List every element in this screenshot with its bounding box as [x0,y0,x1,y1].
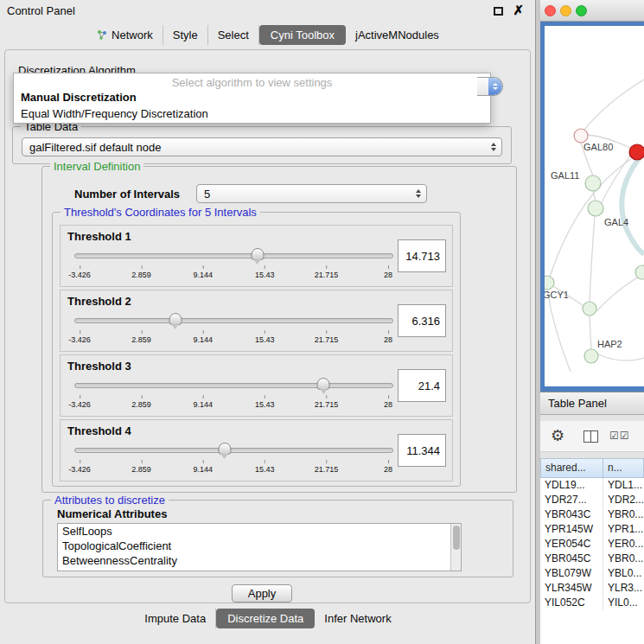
threshold-1-slider[interactable] [80,248,388,264]
numerical-attributes-label: Numerical Attributes [57,507,167,520]
column-header-name[interactable]: n... [603,458,644,478]
column-header-shared-name[interactable]: shared... [540,458,603,478]
cell-shared-name[interactable]: YBR045C [540,552,603,566]
table-row[interactable]: YBR043CYBR0... [540,507,644,522]
threshold-label: Threshold 2 [67,295,131,308]
thresholds-group: Threshold's Coordinates for 5 Intervals … [52,212,461,487]
cell-name[interactable]: YER0... [603,537,644,552]
tab-discretize-data[interactable]: Discretize Data [216,609,315,628]
network-node [583,302,596,316]
algorithm-combo-fragment[interactable] [477,77,503,96]
scrollbar-thumb[interactable] [453,526,460,550]
slider-thumb[interactable] [169,313,182,325]
select-all-icons[interactable]: ☑☑ [609,430,630,442]
close-traffic-light-icon[interactable] [545,5,556,16]
cell-name[interactable]: YIL0... [603,596,644,610]
gear-icon[interactable]: ⚙ [551,426,564,445]
table-data-group: Table Data galFiltered.sif default node [12,126,512,164]
network-node [635,265,644,279]
scale-tick: 21.715 [315,400,339,409]
table-header-row: shared... n... [540,458,644,478]
cell-name[interactable]: YBR0... [603,507,644,522]
table-row[interactable]: YIL052CYIL0... [540,596,644,610]
list-item[interactable]: TopologicalCoefficient [58,539,461,553]
thresholds-group-title: Threshold's Coordinates for 5 Intervals [61,206,260,219]
tab-cyni-toolbox[interactable]: Cyni Toolbox [259,25,346,45]
cyni-toolbox-panel: Discretization Algorithm Select algorith… [4,49,531,603]
option-manual-discretization[interactable]: Manual Discretization [14,90,490,106]
slider-track[interactable] [74,253,393,258]
cell-name[interactable]: YBR0... [603,552,644,566]
threshold-1-value-input[interactable] [398,239,446,272]
close-icon[interactable]: ✗ [513,3,524,17]
cell-shared-name[interactable]: YIL052C [540,596,603,610]
threshold-3-panel: Threshold 3 -3.426 2.859 9.144 15.43 21.… [60,354,453,417]
threshold-3-slider[interactable] [80,378,388,393]
network-nodes[interactable] [545,129,644,363]
tab-infer-network[interactable]: Infer Network [315,609,400,628]
list-scrollbar[interactable] [450,524,461,571]
tab-jactivemnodules[interactable]: jActiveMNodules [346,25,449,45]
scale-tick: 21.715 [315,465,339,474]
cell-shared-name[interactable]: YLR345W [540,581,603,596]
tab-label: Select [218,29,249,41]
number-of-intervals-combo[interactable]: 5 [196,184,427,203]
scale-tick: 15.43 [255,465,275,474]
scale-tick: 21.715 [315,271,339,279]
table-row[interactable]: YPR145WYPR1... [540,522,644,537]
option-equal-width-frequency[interactable]: Equal Width/Frequency Discretization [14,106,490,123]
cell-shared-name[interactable]: YER054C [540,537,603,552]
table-row[interactable]: YBR045CYBR0... [540,552,644,566]
slider-thumb[interactable] [251,248,264,260]
table-row[interactable]: YDR27...YDR2... [540,493,644,507]
threshold-4-value-input[interactable] [398,434,446,467]
tab-style[interactable]: Style [163,25,208,45]
network-node-red [629,144,644,160]
cell-name[interactable]: YPR1... [603,522,644,537]
interval-definition-title: Interval Definition [50,160,143,173]
cell-name[interactable]: YBL0... [603,566,644,581]
apply-button[interactable]: Apply [232,584,292,603]
attributes-group-title: Attributes to discretize [51,494,169,507]
table-row[interactable]: YDL19...YDL1... [540,478,644,493]
list-item[interactable]: SelfLoops [58,524,461,539]
network-edges[interactable] [547,80,644,372]
threshold-label: Threshold 4 [67,424,131,437]
columns-icon[interactable] [583,430,598,443]
threshold-2-value-input[interactable] [398,304,446,337]
threshold-4-slider[interactable] [80,443,388,458]
slider-thumb[interactable] [317,378,330,390]
cell-shared-name[interactable]: YBR043C [540,507,603,522]
slider-track[interactable] [74,318,393,323]
threshold-2-panel: Threshold 2 -3.426 2.859 9.144 15.43 21.… [60,290,453,352]
cell-name[interactable]: YDL1... [603,478,644,493]
cell-name[interactable]: YDR2... [603,493,644,507]
table-data-combo[interactable]: galFiltered.sif default node [22,137,502,156]
zoom-traffic-light-icon[interactable] [576,5,587,16]
tab-impute-data[interactable]: Impute Data [135,609,216,628]
slider-track[interactable] [74,448,393,453]
cell-shared-name[interactable]: YDR27... [540,493,603,507]
cell-shared-name[interactable]: YDL19... [540,478,603,493]
cell-shared-name[interactable]: YPR145W [540,522,603,537]
network-canvas[interactable]: GAL80 GAL11 GAL4 GCY1 HAP2 [545,26,644,386]
table-row[interactable]: YER054CYER0... [540,537,644,552]
threshold-3-value-input[interactable] [398,369,446,402]
list-item[interactable]: BetweennessCentrality [58,553,461,568]
tab-select[interactable]: Select [208,25,259,45]
float-icon[interactable] [494,7,503,16]
window-title: Control Panel [7,4,75,17]
tab-network[interactable]: Network [87,25,163,45]
minimize-traffic-light-icon[interactable] [560,5,571,16]
combo-arrows-cap-icon [488,78,502,95]
cell-shared-name[interactable]: YBL079W [540,566,603,581]
slider-track[interactable] [74,383,393,388]
cell-name[interactable]: YLR3... [603,581,644,596]
threshold-2-slider[interactable] [80,313,388,328]
scale-tick: 21.715 [315,335,339,344]
scale-tick: -3.426 [68,271,91,279]
slider-thumb[interactable] [218,443,231,455]
table-row[interactable]: YBL079WYBL0... [540,566,644,581]
table-row[interactable]: YLR345WYLR3... [540,581,644,596]
scale-tick: 2.859 [131,271,151,279]
